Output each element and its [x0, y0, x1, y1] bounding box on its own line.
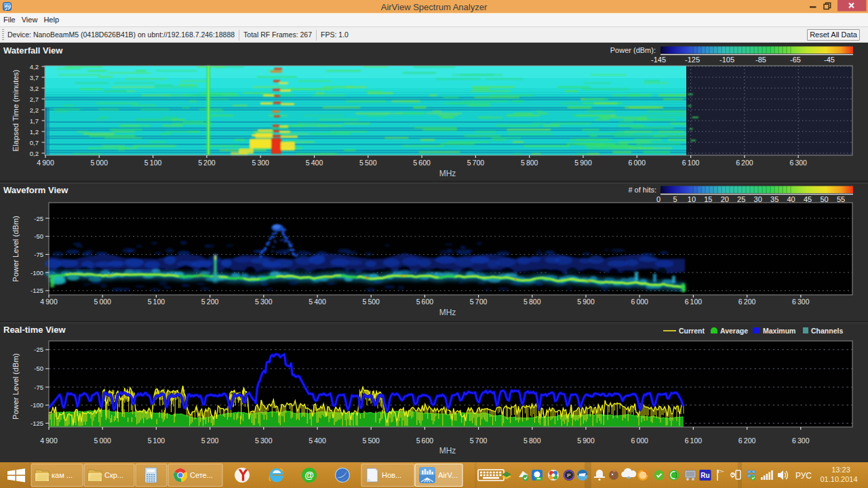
svg-text:5 000: 5 000 [91, 159, 108, 167]
svg-text:6 300: 6 300 [789, 159, 807, 167]
svg-text:MHz: MHz [439, 446, 456, 455]
svg-text:-65: -65 [790, 56, 801, 64]
svg-text:Real-time View: Real-time View [3, 325, 66, 335]
svg-text:6 000: 6 000 [631, 436, 648, 445]
svg-text:0,2: 0,2 [30, 150, 39, 157]
svg-text:0,7: 0,7 [30, 139, 39, 146]
svg-text:-50: -50 [34, 232, 43, 240]
svg-text:10: 10 [688, 195, 696, 203]
svg-text:6 000: 6 000 [629, 159, 646, 167]
svg-text:-75: -75 [34, 384, 43, 391]
svg-text:5 700: 5 700 [470, 298, 488, 306]
svg-text:Elapsed Time (minutes): Elapsed Time (minutes) [12, 69, 20, 151]
svg-text:15: 15 [704, 195, 712, 203]
svg-text:40: 40 [787, 195, 795, 203]
svg-text:2,2: 2,2 [30, 106, 39, 114]
svg-text:6 300: 6 300 [792, 298, 810, 306]
svg-text:1,7: 1,7 [30, 117, 39, 125]
svg-text:5 800: 5 800 [524, 436, 541, 445]
svg-text:5 300: 5 300 [255, 298, 273, 306]
svg-text:5 600: 5 600 [416, 436, 434, 445]
svg-text:кам ...: кам ... [52, 471, 73, 479]
svg-text:35: 35 [770, 195, 778, 203]
svg-text:Maximum: Maximum [763, 327, 795, 335]
svg-text:-100: -100 [31, 269, 43, 277]
svg-text:-45: -45 [824, 56, 835, 64]
svg-text:-50: -50 [34, 365, 43, 372]
svg-text:5 700: 5 700 [467, 159, 485, 167]
svg-text:13:23: 13:23 [831, 466, 850, 474]
svg-text:4,2: 4,2 [30, 63, 39, 70]
svg-text:MHz: MHz [439, 308, 456, 317]
svg-text:Channels: Channels [811, 327, 843, 335]
svg-text:5 400: 5 400 [306, 159, 323, 167]
svg-text:Power (dBm):: Power (dBm): [610, 46, 656, 54]
svg-text:Сете...: Сете... [190, 471, 213, 479]
svg-text:55: 55 [837, 195, 845, 203]
svg-text:6 200: 6 200 [738, 298, 756, 306]
svg-text:5 800: 5 800 [521, 159, 538, 167]
svg-text:5 500: 5 500 [362, 436, 380, 445]
svg-text:5 400: 5 400 [309, 298, 326, 306]
svg-text:20: 20 [721, 195, 729, 203]
svg-text:-125: -125 [31, 287, 43, 294]
svg-text:5 500: 5 500 [362, 298, 380, 306]
svg-text:5 400: 5 400 [309, 436, 326, 445]
svg-text:5 000: 5 000 [94, 436, 111, 445]
svg-text:P: P [567, 472, 570, 479]
svg-text:-145: -145 [651, 56, 666, 64]
svg-text:4 900: 4 900 [40, 436, 58, 445]
svg-text:25: 25 [737, 195, 745, 203]
svg-text:5 200: 5 200 [198, 159, 216, 167]
svg-text:30: 30 [754, 195, 762, 203]
svg-text:4 900: 4 900 [37, 159, 54, 167]
svg-text:5 200: 5 200 [201, 298, 219, 306]
svg-text:0: 0 [656, 195, 660, 203]
svg-text:5 800: 5 800 [524, 298, 541, 306]
svg-text:3,7: 3,7 [30, 74, 39, 81]
svg-text:Waterfall View: Waterfall View [3, 45, 63, 56]
svg-text:-75: -75 [34, 251, 43, 258]
svg-text:-125: -125 [685, 56, 700, 64]
svg-text:-25: -25 [34, 215, 43, 222]
svg-text:6 300: 6 300 [792, 436, 810, 445]
svg-text:Power Level (dBm): Power Level (dBm) [12, 216, 20, 282]
svg-text:6 200: 6 200 [738, 436, 756, 445]
svg-text:1,2: 1,2 [30, 128, 39, 136]
svg-text:5 700: 5 700 [470, 436, 488, 445]
svg-text:-85: -85 [755, 56, 766, 64]
svg-text:6 100: 6 100 [682, 159, 700, 167]
svg-text:5 000: 5 000 [94, 298, 111, 306]
svg-text:50: 50 [820, 195, 828, 203]
svg-text:5 600: 5 600 [413, 159, 431, 167]
svg-text:5 300: 5 300 [252, 159, 269, 167]
svg-text:01.10.2014: 01.10.2014 [820, 475, 857, 483]
svg-text:5: 5 [673, 195, 677, 203]
svg-text:5 100: 5 100 [148, 298, 165, 306]
svg-text:Power Level (dBm): Power Level (dBm) [12, 353, 20, 420]
svg-text:5 500: 5 500 [359, 159, 377, 167]
svg-text:-100: -100 [31, 401, 43, 409]
svg-text:5 200: 5 200 [201, 436, 219, 445]
svg-text:5 900: 5 900 [577, 436, 595, 445]
svg-text:5 600: 5 600 [416, 298, 434, 306]
svg-text:-25: -25 [34, 346, 43, 353]
svg-text:-105: -105 [719, 56, 734, 64]
svg-text:Waveform View: Waveform View [3, 185, 68, 195]
svg-text:# of hits:: # of hits: [628, 186, 656, 194]
svg-text:5 100: 5 100 [144, 159, 162, 167]
svg-text:6 100: 6 100 [685, 298, 703, 306]
svg-text:AirV...: AirV... [438, 471, 458, 479]
svg-text:РУС: РУС [795, 471, 812, 481]
svg-text:2,7: 2,7 [30, 96, 39, 103]
svg-text:3,2: 3,2 [30, 85, 39, 92]
svg-text:45: 45 [804, 195, 812, 203]
svg-text:-125: -125 [31, 420, 43, 427]
svg-text:Скр...: Скр... [104, 471, 123, 479]
svg-text:Нов...: Нов... [382, 471, 401, 479]
svg-text:5 100: 5 100 [148, 436, 165, 445]
svg-text:Current: Current [679, 327, 705, 335]
svg-text:MHz: MHz [439, 169, 456, 178]
svg-text:Average: Average [720, 327, 748, 335]
svg-text:Ru: Ru [701, 472, 709, 479]
